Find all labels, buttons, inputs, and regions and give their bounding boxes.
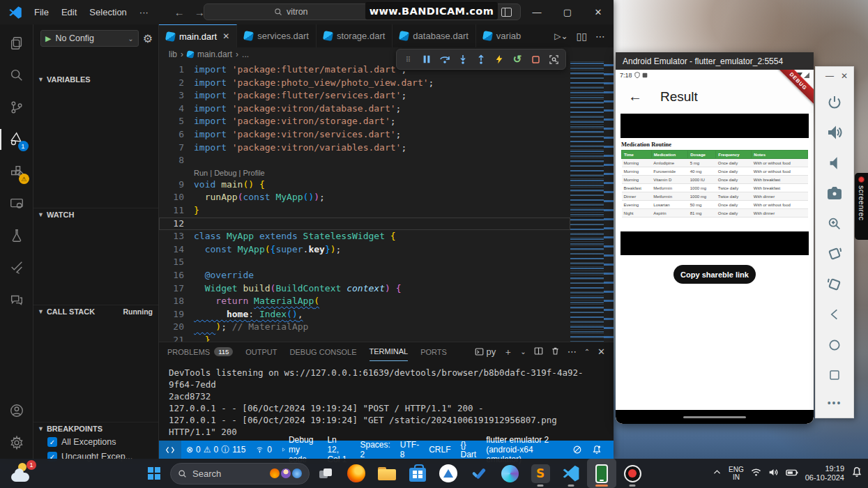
- code-line[interactable]: 21 }: [159, 334, 570, 342]
- code-line[interactable]: 17 Widget build(BuildContext context) {: [159, 282, 570, 296]
- notification-bell-icon[interactable]: z: [851, 466, 862, 480]
- editor-more-actions-icon[interactable]: ⋯: [595, 31, 605, 42]
- volume-up-icon[interactable]: [824, 122, 845, 143]
- stop-icon[interactable]: [528, 52, 543, 67]
- breakpoint-all-exceptions[interactable]: ✓ All Exceptions: [47, 437, 116, 447]
- run-file-button[interactable]: ▷⌄: [554, 31, 568, 41]
- widget-inspector-icon[interactable]: [546, 52, 561, 67]
- cursor-position[interactable]: Ln 12, Col 1: [322, 441, 355, 459]
- explorer-icon[interactable]: [0, 27, 33, 59]
- code-line[interactable]: 15: [159, 256, 570, 269]
- hot-reload-icon[interactable]: [492, 52, 507, 67]
- flutter-icon[interactable]: [0, 252, 33, 284]
- tab-terminal[interactable]: TERMINAL: [370, 342, 409, 361]
- code-line[interactable]: 16 @override: [159, 269, 570, 282]
- launch-config-dropdown[interactable]: ▶ No Config ⌄: [40, 30, 139, 47]
- power-button-icon[interactable]: [824, 92, 845, 113]
- tab-storage-dart[interactable]: storage.dart: [317, 24, 393, 47]
- code-line[interactable]: 18 return MaterialApp(: [159, 295, 570, 308]
- breakpoints-section-header[interactable]: ▼ BREAKPOINTS: [33, 422, 158, 435]
- volume-tray-icon[interactable]: [768, 467, 779, 480]
- code-line[interactable]: 11}: [159, 204, 570, 218]
- volume-down-icon[interactable]: [824, 153, 845, 174]
- emulator-taskbar-icon[interactable]: [587, 459, 616, 488]
- copy-shareable-link-button[interactable]: Copy shareble link: [673, 265, 756, 284]
- android-back-icon[interactable]: [824, 304, 845, 325]
- panel-close-icon[interactable]: ✕: [597, 346, 605, 357]
- language-mode[interactable]: {} Dart: [456, 441, 482, 459]
- pause-icon[interactable]: [419, 52, 434, 67]
- variables-section-header[interactable]: ▼ VARIABLES: [33, 73, 158, 86]
- tab-debug-console[interactable]: DEBUG CONSOLE: [290, 342, 357, 361]
- phone-screen[interactable]: DEBUG 7:18 ← Result Medication Routine T…: [616, 70, 814, 424]
- task-view-button[interactable]: [311, 459, 340, 488]
- todo-check-icon[interactable]: [464, 459, 494, 488]
- testing-icon[interactable]: [0, 220, 33, 252]
- minimize-button[interactable]: —: [521, 0, 552, 24]
- tab-variables-dart[interactable]: variab: [476, 24, 528, 47]
- shell-type-icon[interactable]: py: [475, 346, 496, 357]
- tab-database-dart[interactable]: database.dart: [393, 24, 476, 47]
- remote-indicator-icon[interactable]: [159, 441, 181, 459]
- settings-gear-icon[interactable]: [0, 427, 33, 459]
- ports-status[interactable]: 0: [250, 441, 277, 459]
- more-options-icon[interactable]: •••: [824, 392, 845, 413]
- device-selector[interactable]: flutter emulator 2 (android-x64 emulator…: [481, 441, 568, 459]
- indentation-status[interactable]: Spaces: 2: [356, 441, 395, 459]
- menu-selection[interactable]: Selection: [83, 4, 132, 20]
- code-line[interactable]: 6import 'package:vitron/services.dart';: [159, 128, 570, 142]
- debug-session-status[interactable]: Debug my code: [277, 441, 322, 459]
- tab-output[interactable]: OUTPUT: [245, 342, 277, 361]
- back-arrow-icon[interactable]: ←: [628, 89, 642, 105]
- panel-close-button[interactable]: ✕: [841, 71, 848, 81]
- notifications-bell-icon[interactable]: [587, 441, 607, 459]
- new-terminal-icon[interactable]: ＋: [503, 346, 512, 358]
- battery-tray-icon[interactable]: [786, 467, 798, 480]
- code-line[interactable]: 2import 'package:photo_view/photo_view.d…: [159, 77, 570, 90]
- tab-close-icon[interactable]: ✕: [222, 31, 229, 41]
- copilot-disabled-icon[interactable]: [568, 441, 587, 459]
- restart-icon[interactable]: ↺: [510, 52, 525, 67]
- checkbox-checked-icon[interactable]: ✓: [47, 437, 57, 447]
- split-terminal-icon[interactable]: [534, 346, 543, 358]
- rotate-left-icon[interactable]: [824, 243, 845, 264]
- code-line[interactable]: 7import 'package:vitron/variables.dart';: [159, 142, 570, 155]
- code-line[interactable]: 14 const MyApp({super.key});: [159, 243, 570, 257]
- code-line[interactable]: 10 runApp(const MyApp());: [159, 191, 570, 204]
- code-editor[interactable]: 1import 'package:flutter/material.dart';…: [159, 61, 614, 342]
- vscode-taskbar-icon[interactable]: [556, 459, 586, 488]
- tray-chevron-up-icon[interactable]: [713, 467, 722, 480]
- launch-settings-gear-icon[interactable]: ⚙: [143, 32, 153, 45]
- comments-icon[interactable]: [0, 284, 33, 316]
- taskbar-clock[interactable]: 19:1906-10-2024: [805, 464, 844, 482]
- tab-main-dart[interactable]: main.dart ✕: [159, 24, 237, 47]
- encoding-status[interactable]: UTF-8: [395, 441, 424, 459]
- step-out-icon[interactable]: [473, 52, 489, 67]
- run-debug-icon[interactable]: 1: [0, 123, 33, 155]
- screenshot-camera-icon[interactable]: [824, 183, 845, 204]
- screenrec-widget[interactable]: screenrec: [855, 173, 868, 240]
- home-indicator[interactable]: [683, 416, 746, 418]
- menu-more[interactable]: ···: [133, 4, 155, 20]
- minimap[interactable]: [570, 61, 604, 342]
- screenrec-taskbar-icon[interactable]: [618, 459, 647, 488]
- terminal-dropdown-icon[interactable]: ⌄: [520, 348, 526, 356]
- taskbar-weather-widget[interactable]: 1: [11, 463, 35, 484]
- code-line[interactable]: 3import 'package:flutter/services.dart';: [159, 89, 570, 102]
- copilot-icon[interactable]: [495, 459, 524, 488]
- microsoft-store-icon[interactable]: [403, 459, 432, 488]
- tab-services-dart[interactable]: services.dart: [237, 24, 317, 47]
- extensions-icon[interactable]: ⚠: [0, 155, 33, 188]
- source-control-icon[interactable]: [0, 91, 33, 123]
- code-line[interactable]: 8: [159, 154, 570, 167]
- remote-explorer-icon[interactable]: [0, 188, 33, 220]
- sublime-text-icon[interactable]: S: [526, 459, 555, 488]
- android-overview-icon[interactable]: [824, 365, 845, 386]
- file-explorer-icon[interactable]: [372, 459, 402, 488]
- split-editor-icon[interactable]: ▯▯: [577, 31, 587, 42]
- rotate-right-icon[interactable]: [824, 274, 845, 295]
- taskbar-search[interactable]: Search: [170, 463, 310, 485]
- android-home-icon[interactable]: [824, 335, 845, 356]
- eol-status[interactable]: CRLF: [424, 441, 455, 459]
- tab-problems[interactable]: PROBLEMS115: [167, 342, 233, 361]
